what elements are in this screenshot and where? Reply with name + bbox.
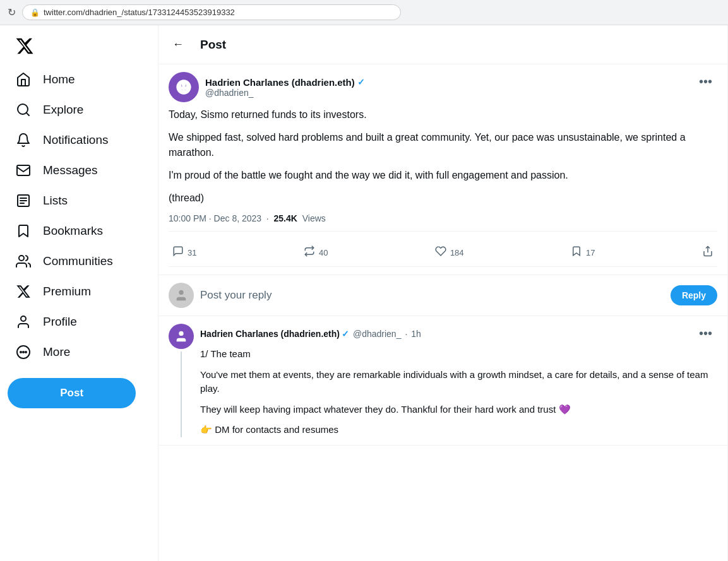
sidebar-item-more[interactable]: More	[8, 338, 150, 367]
thread-author-info: Hadrien Charlanes (dhadrien.eth) ✓ @dhad…	[200, 329, 421, 339]
thread-line-1: 1/ The team	[200, 347, 717, 362]
retweet-icon	[304, 245, 315, 260]
tweet-timestamp: 10:00 PM · Dec 8, 2023	[169, 213, 261, 223]
search-icon	[15, 102, 32, 118]
tweet-line-3: I'm proud of the battle we fought and th…	[169, 168, 717, 183]
like-count: 184	[450, 248, 464, 257]
url-box[interactable]: 🔒 twitter.com/dhadrien_/status/173312445…	[22, 4, 401, 20]
thread-avatar[interactable]	[169, 324, 194, 349]
tweet-line-4: (thread)	[169, 191, 717, 206]
svg-point-8	[21, 316, 26, 321]
sidebar-item-explore[interactable]: Explore	[8, 95, 150, 124]
verified-badge: ✓	[357, 77, 365, 87]
thread-line-2: You've met them at events, they are rema…	[200, 368, 717, 396]
refresh-icon[interactable]: ↻	[8, 6, 16, 18]
sidebar-item-lists[interactable]: Lists	[8, 186, 150, 215]
thread-author-handle: @dhadrien_	[353, 329, 402, 339]
thread-tweet-inner: Hadrien Charlanes (dhadrien.eth) ✓ @dhad…	[169, 324, 717, 437]
tweet-line-2: We shipped fast, solved hard problems an…	[169, 130, 717, 160]
retweet-action[interactable]: 40	[300, 242, 331, 264]
thread-tweet: Hadrien Charlanes (dhadrien.eth) ✓ @dhad…	[158, 316, 727, 446]
post-button[interactable]: Post	[8, 378, 136, 408]
sidebar-item-explore-label: Explore	[43, 103, 83, 117]
tweet-author-row: Hadrien Charlanes (dhadrien.eth) ✓ @dhad…	[169, 72, 717, 102]
thread-more-button[interactable]: •••	[694, 324, 717, 343]
sidebar-logo[interactable]	[8, 30, 150, 62]
x-premium-icon	[15, 283, 32, 300]
share-action[interactable]	[698, 242, 717, 264]
tweet-body: Today, Sismo returned funds to its inves…	[169, 107, 717, 206]
like-action[interactable]: 184	[431, 242, 468, 264]
app-layout: Home Explore Notifications	[0, 25, 728, 561]
bookmark-icon	[15, 223, 32, 239]
lock-icon: 🔒	[30, 8, 40, 17]
sidebar-item-notifications[interactable]: Notifications	[8, 126, 150, 155]
tweet-line-1: Today, Sismo returned funds to its inves…	[169, 107, 717, 122]
thread-content: Hadrien Charlanes (dhadrien.eth) ✓ @dhad…	[200, 324, 717, 437]
author-name-block: Hadrien Charlanes (dhadrien.eth) ✓ @dhad…	[205, 77, 365, 98]
sidebar-item-home[interactable]: Home	[8, 65, 150, 94]
sidebar-item-messages[interactable]: Messages	[8, 156, 150, 185]
sidebar-item-messages-label: Messages	[43, 163, 98, 177]
reply-box: Post your reply Reply	[158, 275, 727, 316]
thread-tweet-body: 1/ The team You've met them at events, t…	[200, 347, 717, 437]
browser-bar: ↻ 🔒 twitter.com/dhadrien_/status/1733124…	[0, 0, 728, 25]
author-info: Hadrien Charlanes (dhadrien.eth) ✓ @dhad…	[169, 72, 365, 102]
envelope-icon	[15, 162, 32, 179]
reply-button[interactable]: Reply	[671, 285, 717, 305]
svg-rect-2	[17, 165, 30, 175]
tweet-actions: 31 40	[169, 239, 717, 267]
thread-tweet-timestamp: 1h	[411, 329, 421, 339]
bookmark-action[interactable]: 17	[567, 242, 599, 264]
main-tweet: Hadrien Charlanes (dhadrien.eth) ✓ @dhad…	[158, 64, 727, 275]
tweet-views-count: 25.4K	[274, 213, 297, 223]
tweet-views-label: Views	[302, 213, 326, 223]
sidebar-item-premium-label: Premium	[43, 285, 91, 298]
sidebar-item-profile-label: Profile	[43, 315, 77, 329]
tweet-more-button[interactable]: •••	[694, 72, 717, 92]
url-text: twitter.com/dhadrien_/status/17331244535…	[44, 8, 235, 17]
reply-input[interactable]: Post your reply	[200, 284, 664, 307]
more-circle-icon	[15, 344, 32, 360]
bookmark-action-icon	[571, 245, 582, 260]
thread-line-4: 👉 DM for contacts and resumes	[200, 423, 717, 437]
svg-point-12	[25, 351, 27, 353]
people-icon	[15, 253, 32, 269]
thread-verified-badge: ✓	[342, 329, 349, 339]
reply-avatar	[169, 283, 194, 308]
sidebar-item-bookmarks[interactable]: Bookmarks	[8, 216, 150, 245]
thread-author-name[interactable]: Hadrien Charlanes (dhadrien.eth) ✓	[200, 329, 349, 339]
thread-line-col	[169, 324, 194, 437]
sidebar-item-home-label: Home	[43, 73, 75, 86]
sidebar: Home Explore Notifications	[0, 25, 158, 561]
post-page-header: ← Post	[158, 25, 727, 64]
author-name[interactable]: Hadrien Charlanes (dhadrien.eth) ✓	[205, 77, 365, 88]
share-icon	[702, 245, 713, 260]
svg-point-15	[179, 290, 183, 295]
retweet-count: 40	[319, 248, 328, 257]
bell-icon	[15, 132, 32, 148]
sidebar-item-communities[interactable]: Communities	[8, 247, 150, 276]
main-content: ← Post Hadrien Charlanes (dhadr	[158, 25, 728, 561]
tweet-meta: 10:00 PM · Dec 8, 2023 · 25.4K Views	[169, 213, 717, 232]
sidebar-item-bookmarks-label: Bookmarks	[43, 224, 103, 238]
sidebar-item-premium[interactable]: Premium	[8, 277, 150, 306]
sidebar-item-profile[interactable]: Profile	[8, 307, 150, 336]
thread-tweet-time: ·	[405, 329, 407, 339]
svg-line-1	[27, 113, 29, 115]
list-icon	[15, 192, 32, 209]
back-button[interactable]: ←	[169, 34, 188, 55]
svg-point-10	[20, 351, 21, 353]
thread-author-row: Hadrien Charlanes (dhadrien.eth) ✓ @dhad…	[200, 324, 717, 343]
reply-action[interactable]: 31	[169, 242, 200, 264]
home-icon	[15, 71, 32, 88]
x-logo-icon	[15, 37, 34, 56]
page-title: Post	[200, 38, 226, 52]
bookmark-count: 17	[586, 248, 595, 257]
thread-line-3: They will keep having impact whatever th…	[200, 403, 717, 417]
svg-point-16	[179, 331, 183, 336]
avatar[interactable]	[169, 72, 199, 102]
reply-count: 31	[188, 248, 196, 257]
thread-line	[181, 351, 182, 437]
person-icon	[15, 314, 32, 330]
